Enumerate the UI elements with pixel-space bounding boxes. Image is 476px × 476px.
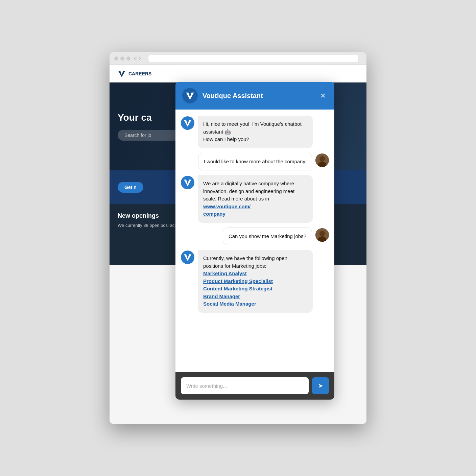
send-icon: ➤ <box>318 382 323 389</box>
job-link-social-media[interactable]: Social Media Manager <box>203 300 307 308</box>
chat-header: Voutique Assistant ✕ <box>175 82 334 110</box>
get-button[interactable]: Get n <box>118 182 143 193</box>
user-avatar-1 <box>315 153 329 167</box>
chatbot-logo <box>182 88 198 103</box>
bot-message-2: We are a digitally native company where … <box>198 175 313 223</box>
message-row-bot-1: Hi, nice to meet you! I'm Voutique's cha… <box>181 116 329 148</box>
svg-marker-10 <box>184 254 191 261</box>
browser-window: < > CAREERS Your ca Search for jo Get <box>110 52 366 424</box>
chat-title: Voutique Assistant <box>203 92 313 100</box>
user-avatar-2 <box>315 228 329 242</box>
svg-marker-0 <box>118 71 125 77</box>
nav-forward-icon[interactable]: > <box>139 56 141 61</box>
browser-dots <box>114 56 130 61</box>
bot-message-3: Currently, we have the following open po… <box>198 250 313 313</box>
browser-titlebar: < > <box>110 52 366 65</box>
chat-close-button[interactable]: ✕ <box>318 91 328 100</box>
message-row-user-2: Can you show me Marketing jobs? <box>181 228 329 245</box>
svg-point-8 <box>319 231 325 236</box>
svg-point-4 <box>319 156 325 162</box>
send-button[interactable]: ➤ <box>312 377 329 394</box>
svg-marker-6 <box>184 180 191 186</box>
message-row-bot-2: We are a digitally native company where … <box>181 175 329 223</box>
bot-message-1: Hi, nice to meet you! I'm Voutique's cha… <box>198 116 313 148</box>
bot-v-icon-3 <box>183 253 192 262</box>
bot-v-icon-2 <box>183 178 192 187</box>
careers-label: CAREERS <box>128 71 151 76</box>
svg-marker-1 <box>186 93 194 100</box>
browser-dot-minimize[interactable] <box>120 56 124 61</box>
job-link-brand-manager[interactable]: Brand Manager <box>203 293 307 301</box>
bot-avatar-1 <box>181 116 194 130</box>
job-link-marketing-analyst[interactable]: Marketing Analyst <box>203 270 307 278</box>
chat-footer: Write something... ➤ <box>175 372 334 400</box>
job-link-content-marketing[interactable]: Content Marketing Strategist <box>203 285 307 293</box>
job-link-product-marketing[interactable]: Product Marketing Specialist <box>203 278 307 285</box>
company-link[interactable]: www.voutique.com/company <box>203 203 307 218</box>
careers-page: CAREERS Your ca Search for jo Get n New … <box>110 65 366 424</box>
user-face-icon-2 <box>315 228 329 242</box>
careers-navbar: CAREERS <box>110 65 366 82</box>
hero-search[interactable]: Search for jo <box>118 130 185 141</box>
message-row-bot-3: Currently, we have the following open po… <box>181 250 329 313</box>
browser-dot-fullscreen[interactable] <box>126 56 130 61</box>
svg-marker-2 <box>184 120 191 127</box>
user-face-icon-1 <box>315 153 329 167</box>
browser-nav: < > <box>134 56 141 61</box>
chat-input-placeholder: Write something... <box>186 383 227 389</box>
user-message-1: I would like to know more about the comp… <box>198 153 312 171</box>
chat-input-field[interactable]: Write something... <box>181 377 309 394</box>
bot-v-icon-1 <box>183 119 192 127</box>
browser-dot-close[interactable] <box>114 56 118 61</box>
bot-avatar-3 <box>181 251 194 264</box>
chatbot-v-logo <box>185 91 195 100</box>
chatbot-modal: Voutique Assistant ✕ Hi, nice to meet yo… <box>175 82 334 400</box>
message-row-user-1: I would like to know more about the comp… <box>181 153 329 171</box>
user-message-2: Can you show me Marketing jobs? <box>223 228 312 245</box>
bot-avatar-2 <box>181 176 194 189</box>
chat-body: Hi, nice to meet you! I'm Voutique's cha… <box>175 110 334 372</box>
nav-back-icon[interactable]: < <box>134 56 137 61</box>
voutique-logo-nav: CAREERS <box>118 70 151 78</box>
voutique-v-icon <box>118 70 126 78</box>
browser-addressbar[interactable] <box>148 55 358 62</box>
